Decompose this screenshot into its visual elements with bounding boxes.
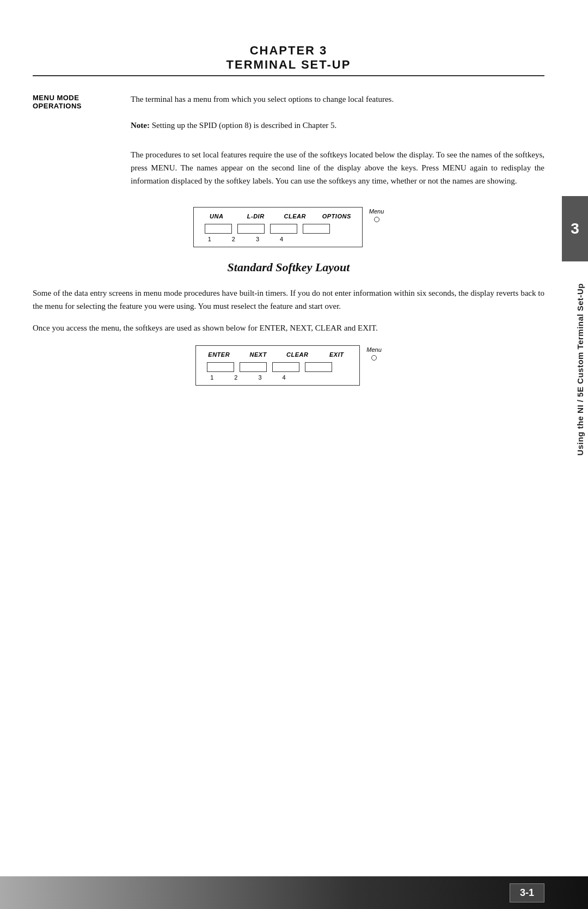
diagram2-numbers: 1 2 3 4 <box>207 374 348 381</box>
menu-mode-label: MENU MODEOPERATIONS <box>33 93 120 110</box>
diagram1-num-4: 4 <box>280 236 283 242</box>
diagram2-num-3: 3 <box>258 374 261 381</box>
vertical-tab-text: Using the NI / 5E Custom Terminal Set-Up <box>575 283 585 455</box>
page-container: 3 Using the NI / 5E Custom Terminal Set-… <box>0 0 588 909</box>
menu-mode-section: MENU MODEOPERATIONS The terminal has a m… <box>33 93 544 110</box>
tab-number: 3 <box>562 196 588 261</box>
procedures-row: The procedures to set local features req… <box>33 148 544 196</box>
menu-label-1: Menu <box>369 207 384 222</box>
diagram1-wrap: UNA L-DIR CLEAR OPTIONS 1 2 3 <box>33 207 544 247</box>
softkey-btn-4a <box>303 224 330 234</box>
softkey-btn-2a <box>237 224 265 234</box>
menu-mode-content: The terminal has a menu from which you s… <box>131 93 544 110</box>
diagram2-label-3: CLEAR <box>285 351 309 358</box>
note-text: Note: Setting up the SPID (option 8) is … <box>131 119 336 132</box>
softkey-btn-3b <box>272 362 299 372</box>
menu-circle-2 <box>371 355 377 361</box>
softkey-btn-3a <box>270 224 297 234</box>
diagram2-wrap: ENTER NEXT CLEAR EXIT 1 2 3 <box>33 345 544 386</box>
page-number: 3-1 <box>510 883 544 902</box>
right-tab: 3 Using the NI / 5E Custom Terminal Set-… <box>562 0 588 909</box>
diagram1-label-1: UNA <box>205 213 229 219</box>
menu-label-2: Menu <box>366 345 382 361</box>
chapter-title: CHAPTER 3 <box>33 44 544 58</box>
chapter-header: CHAPTER 3 TERMINAL SET-UP <box>33 44 544 76</box>
menu-mode-label-text: MENU MODEOPERATIONS <box>33 94 82 110</box>
softkey-box-2: ENTER NEXT CLEAR EXIT 1 2 3 <box>195 345 360 386</box>
diagram1-numbers: 1 2 3 4 <box>205 236 351 242</box>
procedures-text: The procedures to set local features req… <box>131 148 544 187</box>
diagram1-num-2: 2 <box>232 236 235 242</box>
diagram1-buttons <box>205 224 351 234</box>
diagram2-num-4: 4 <box>283 374 286 381</box>
diagram1-num-3: 3 <box>256 236 259 242</box>
diagram2-num-2: 2 <box>234 374 237 381</box>
diagram1-label-3: CLEAR <box>283 213 307 219</box>
softkey-access-text: Once you access the menu, the softkeys a… <box>33 321 544 334</box>
softkey-box-1: UNA L-DIR CLEAR OPTIONS 1 2 3 <box>193 207 363 247</box>
menu-text-2: Menu <box>366 346 382 353</box>
diagram1-num-1: 1 <box>208 236 211 242</box>
diagram2-label-4: EXIT <box>324 351 348 358</box>
diagram1-labels: UNA L-DIR CLEAR OPTIONS <box>205 213 351 219</box>
diagram1-label-4: OPTIONS <box>322 213 351 219</box>
main-content: CHAPTER 3 TERMINAL SET-UP MENU MODEOPERA… <box>33 44 544 865</box>
softkey-btn-1b <box>207 362 234 372</box>
menu-circle-1 <box>374 217 379 222</box>
softkey-btn-4b <box>305 362 332 372</box>
diagram2-buttons <box>207 362 348 372</box>
menu-text-1: Menu <box>369 208 384 215</box>
chapter-subtitle: TERMINAL SET-UP <box>33 58 544 72</box>
softkey-btn-2b <box>240 362 267 372</box>
menu-mode-line1: The terminal has a menu from which you s… <box>131 93 544 106</box>
note-row: Note: Setting up the SPID (option 8) is … <box>33 119 544 139</box>
diagram2-label-1: ENTER <box>207 351 231 358</box>
softkey-intro-text: Some of the data entry screens in menu m… <box>33 286 544 313</box>
diagram2-labels: ENTER NEXT CLEAR EXIT <box>207 351 348 358</box>
diagram2-label-2: NEXT <box>246 351 270 358</box>
diagram1-label-2: L-DIR <box>244 213 268 219</box>
softkey-btn-1a <box>205 224 232 234</box>
bottom-bar: 3-1 <box>0 876 588 909</box>
softkey-layout-title: Standard Softkey Layout <box>33 260 544 274</box>
diagram2-num-1: 1 <box>210 374 213 381</box>
